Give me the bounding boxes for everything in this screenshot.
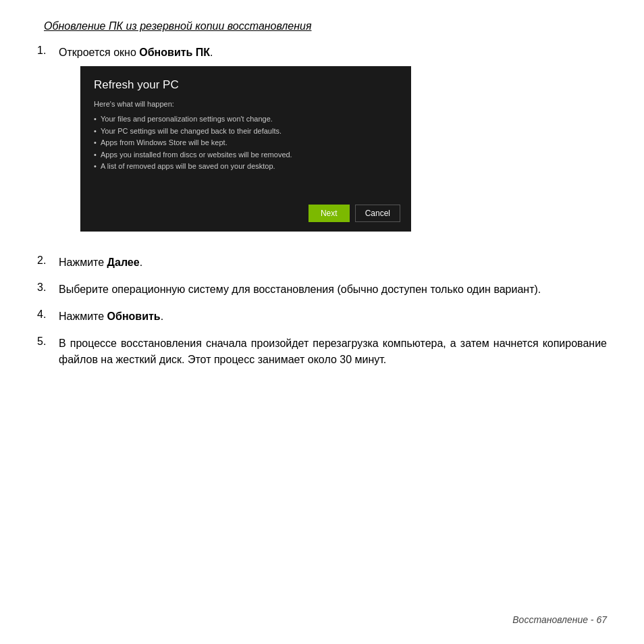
- step-1-text: Откроется окно Обновить ПК.: [59, 47, 213, 58]
- screenshot-buttons: Next Cancel: [308, 205, 400, 222]
- steps-list: 1. Откроется окно Обновить ПК. Refresh y…: [37, 45, 607, 368]
- screenshot-bullets: Your files and personalization settings …: [94, 113, 398, 173]
- screenshot-subtitle: Here's what will happen:: [94, 100, 398, 108]
- step-2-number: 2.: [37, 254, 59, 267]
- screenshot-box: Refresh your PC Here's what will happen:…: [80, 66, 411, 232]
- step-3-text: Выберите операционную систему для восста…: [59, 281, 607, 298]
- step-1: 1. Откроется окно Обновить ПК. Refresh y…: [37, 45, 607, 244]
- bullet-2: Your PC settings will be changed back to…: [94, 126, 398, 138]
- page-title: Обновление ПК из резервной копии восстан…: [44, 20, 607, 32]
- step-2-text: Нажмите Далее.: [59, 254, 607, 271]
- next-button[interactable]: Next: [308, 205, 350, 222]
- step-1-bold: Обновить ПК: [139, 47, 210, 58]
- step-2-bold: Далее: [107, 257, 140, 268]
- bullet-5: A list of removed apps will be saved on …: [94, 161, 398, 173]
- step-3-number: 3.: [37, 281, 59, 294]
- step-5-number: 5.: [37, 336, 59, 348]
- step-5-text: В процессе восстановления сначала произо…: [59, 336, 607, 368]
- step-2: 2. Нажмите Далее.: [37, 254, 607, 271]
- bullet-4: Apps you installed from discs or website…: [94, 149, 398, 161]
- page-footer: Восстановление - 67: [512, 614, 607, 625]
- step-4-text: Нажмите Обновить.: [59, 308, 607, 325]
- step-4-number: 4.: [37, 308, 59, 321]
- screenshot-wrapper: Refresh your PC Here's what will happen:…: [80, 66, 607, 232]
- step-4-bold: Обновить: [107, 311, 161, 322]
- bullet-1: Your files and personalization settings …: [94, 113, 398, 126]
- step-1-number: 1.: [37, 45, 59, 57]
- cancel-button[interactable]: Cancel: [355, 205, 400, 222]
- step-4: 4. Нажмите Обновить.: [37, 308, 607, 325]
- bullet-3: Apps from Windows Store will be kept.: [94, 137, 398, 149]
- step-5: 5. В процессе восстановления сначала про…: [37, 336, 607, 368]
- step-3: 3. Выберите операционную систему для вос…: [37, 281, 607, 298]
- screenshot-title: Refresh your PC: [94, 78, 398, 92]
